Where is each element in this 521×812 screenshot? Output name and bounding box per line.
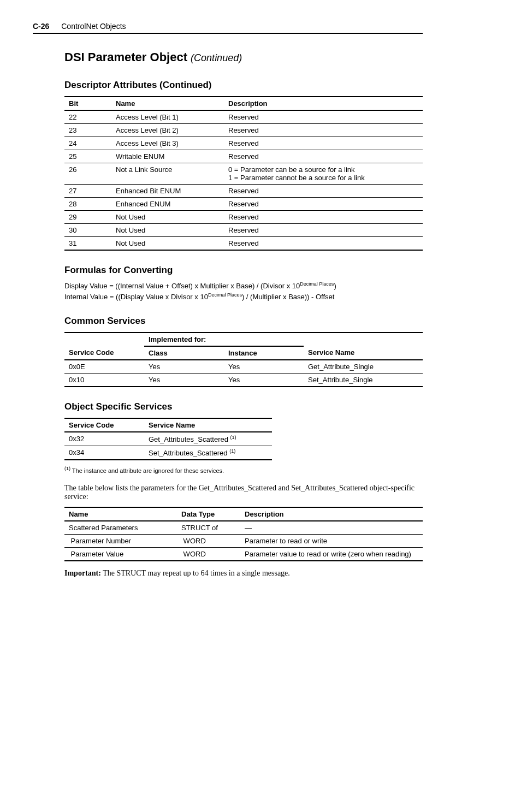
title-main: DSI Parameter Object xyxy=(64,50,187,64)
col-class: Class xyxy=(144,346,224,360)
descriptor-heading: Descriptor Attributes (Continued) xyxy=(64,80,423,91)
col-svcname: Service Name xyxy=(304,346,423,360)
descriptor-table: Bit Name Description 22Access Level (Bit… xyxy=(64,96,423,251)
section-title: ControlNet Objects xyxy=(61,22,126,31)
col-code: Service Code xyxy=(64,346,144,360)
table-row: 30Not UsedReserved xyxy=(64,224,423,237)
table-row: 0x0EYesYesGet_Attribute_Single xyxy=(64,360,423,374)
formula-line: Internal Value = ((Display Value x Divis… xyxy=(64,292,423,301)
table-row: Parameter Value WORDParameter value to r… xyxy=(64,547,423,561)
col-instance: Instance xyxy=(224,346,304,360)
object-specific-heading: Object Specific Services xyxy=(64,401,423,412)
col-desc: Description xyxy=(240,507,423,521)
object-specific-table: Service Code Service Name 0x32Get_Attrib… xyxy=(64,418,272,461)
col-desc: Description xyxy=(224,97,423,110)
table-row: 0x32Get_Attributes_Scattered (1) xyxy=(64,432,272,446)
common-services-table: Implemented for: Service Code Class Inst… xyxy=(64,332,423,387)
table-row: 24Access Level (Bit 3)Reserved xyxy=(64,137,423,150)
implemented-header: Implemented for: xyxy=(144,333,304,346)
title-continued: (Continued) xyxy=(191,52,242,63)
table-row: 27Enhanced Bit ENUMReserved xyxy=(64,185,423,198)
common-services-heading: Common Services xyxy=(64,316,423,327)
col-code: Service Code xyxy=(64,418,144,432)
table-row: 23Access Level (Bit 2)Reserved xyxy=(64,124,423,137)
formulas-heading: Formulas for Converting xyxy=(64,265,423,276)
table-row: 31Not UsedReserved xyxy=(64,237,423,251)
page-header: C-26 ControlNet Objects xyxy=(33,22,423,34)
table-row: 29Not UsedReserved xyxy=(64,211,423,224)
col-type: Data Type xyxy=(177,507,240,521)
important-note: Important: The STRUCT may repeat up to 6… xyxy=(64,569,423,578)
table-row: Parameter Number WORDParameter to read o… xyxy=(64,534,423,547)
table-row: 26Not a Link Source0 = Parameter can be … xyxy=(64,163,423,185)
footnote: (1) The instance and attribute are ignor… xyxy=(64,466,423,474)
parameter-table: Name Data Type Description Scattered Par… xyxy=(64,507,423,561)
object-title: DSI Parameter Object (Continued) xyxy=(64,50,423,64)
table-row: 22Access Level (Bit 1)Reserved xyxy=(64,110,423,124)
body-paragraph: The table below lists the parameters for… xyxy=(64,484,423,501)
table-row: 28Enhanced ENUMReserved xyxy=(64,198,423,211)
table-row: 25Writable ENUMReserved xyxy=(64,150,423,163)
table-row: 0x10YesYesSet_Attribute_Single xyxy=(64,373,423,387)
col-name: Name xyxy=(64,507,177,521)
table-row: 0x34Set_Attributes_Scattered (1) xyxy=(64,446,272,460)
formula-line: Display Value = ((Internal Value + Offse… xyxy=(64,281,423,290)
page-number: C-26 xyxy=(33,22,49,31)
col-name: Name xyxy=(111,97,224,110)
col-name: Service Name xyxy=(144,418,272,432)
table-row: Scattered ParametersSTRUCT of— xyxy=(64,521,423,535)
col-bit: Bit xyxy=(64,97,111,110)
